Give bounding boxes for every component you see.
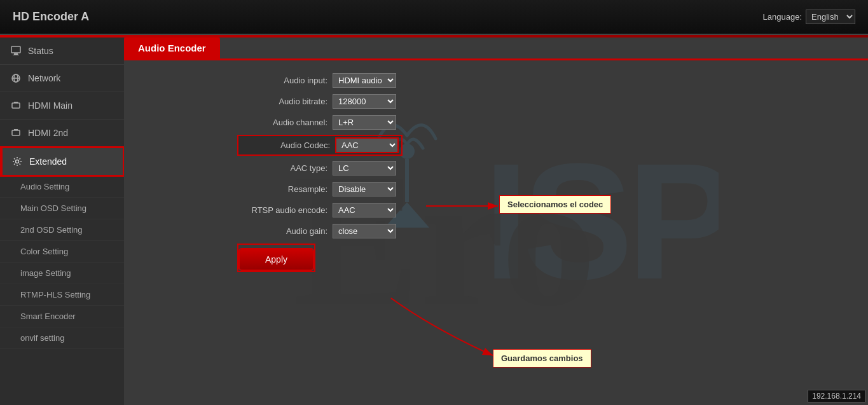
sidebar-item-extended[interactable]: Extended — [0, 147, 124, 176]
rtsp-audio-label: RTSP audio encode: — [238, 205, 327, 215]
audio-input-row: Audio input: HDMI audio Analog — [238, 73, 868, 88]
audio-gain-label: Audio gain: — [238, 226, 327, 236]
sidebar-item-status[interactable]: Status — [0, 38, 124, 65]
sidebar-item-hdmi-main[interactable]: HDMI Main — [0, 92, 124, 120]
svg-rect-6 — [12, 103, 20, 108]
language-area: Language: English Chinese — [763, 10, 855, 24]
language-label: Language: — [763, 12, 802, 22]
hdmi-2nd-icon — [10, 127, 22, 139]
monitor-icon — [10, 45, 22, 57]
sidebar-sub-audio-setting[interactable]: Audio Setting — [0, 176, 124, 198]
audio-bitrate-label: Audio bitrate: — [238, 97, 327, 106]
sidebar-label-hdmi-main: HDMI Main — [28, 100, 72, 111]
resample-select[interactable]: Disable Enable — [333, 182, 396, 196]
audio-channel-row: Audio channel: L+R Left Right — [238, 115, 868, 130]
apply-button[interactable]: Apply — [240, 249, 313, 270]
hdmi-main-icon — [10, 100, 22, 111]
svg-rect-7 — [14, 102, 18, 103]
sidebar-label-hdmi-2nd: HDMI 2nd — [28, 128, 68, 138]
form-area: Audio input: HDMI audio Analog Audio bit… — [124, 60, 868, 284]
app-header: HD Encoder A Language: English Chinese — [0, 0, 868, 35]
globe-icon — [10, 72, 22, 84]
aac-type-label: AAC type: — [238, 163, 327, 173]
sidebar-sub-color-setting[interactable]: Color Setting — [0, 241, 124, 263]
audio-bitrate-row: Audio bitrate: 128000 64000 32000 — [238, 94, 868, 109]
tab-audio-encoder[interactable]: Audio Encoder — [124, 38, 220, 58]
content-header: Audio Encoder — [124, 38, 868, 60]
language-select[interactable]: English Chinese — [806, 10, 855, 24]
aac-type-select[interactable]: LC HE-AAC — [333, 161, 396, 175]
sidebar-sub-smart-encoder[interactable]: Smart Encoder — [0, 306, 124, 327]
callout-codec: Seleccionamos el codec — [499, 195, 611, 214]
content-area: ISP Ero Audio Encoder Audio input: — [124, 38, 868, 405]
sidebar-sub-image-setting[interactable]: image Setting — [0, 263, 124, 284]
sidebar-sub-rtmp-hls[interactable]: RTMP-HLS Setting — [0, 284, 124, 306]
audio-channel-select[interactable]: L+R Left Right — [333, 115, 396, 130]
audio-channel-label: Audio channel: — [238, 118, 327, 127]
audio-gain-select[interactable]: close low medium high — [333, 224, 396, 238]
audio-bitrate-select[interactable]: 128000 64000 32000 — [333, 94, 396, 109]
gear-icon — [11, 156, 23, 167]
svg-rect-1 — [14, 53, 18, 55]
audio-codec-select[interactable]: AAC MP3 G711 — [335, 137, 399, 153]
svg-rect-2 — [13, 55, 19, 55]
svg-rect-0 — [11, 46, 20, 53]
apply-row: Apply — [238, 245, 868, 271]
main-layout: Status Network HDMI Main HDMI 2nd — [0, 38, 868, 405]
sidebar-sub-main-osd[interactable]: Main OSD Setting — [0, 198, 124, 219]
sidebar-sub-onvif[interactable]: onvif setting — [0, 327, 124, 349]
audio-input-label: Audio input: — [238, 76, 327, 85]
ip-address-badge: 192.168.1.214 — [808, 390, 865, 402]
rtsp-audio-select[interactable]: AAC MP3 — [333, 203, 396, 217]
callout-save: Guardamos cambios — [493, 349, 591, 367]
sidebar: Status Network HDMI Main HDMI 2nd — [0, 38, 124, 405]
resample-row: Resample: Disable Enable — [238, 182, 868, 196]
aac-type-row: AAC type: LC HE-AAC — [238, 161, 868, 175]
resample-label: Resample: — [238, 184, 327, 194]
apply-button-wrapper: Apply — [238, 245, 314, 271]
sidebar-label-extended: Extended — [29, 156, 67, 167]
audio-gain-row: Audio gain: close low medium high — [238, 224, 868, 238]
arrow-apply — [372, 292, 512, 362]
sidebar-label-network: Network — [28, 73, 60, 83]
sidebar-item-hdmi-2nd[interactable]: HDMI 2nd — [0, 120, 124, 147]
audio-input-select[interactable]: HDMI audio Analog — [333, 73, 396, 88]
sidebar-sub-2nd-osd[interactable]: 2nd OSD Setting — [0, 219, 124, 241]
sidebar-label-status: Status — [28, 46, 53, 56]
svg-rect-9 — [14, 129, 18, 130]
sidebar-item-network[interactable]: Network — [0, 65, 124, 92]
audio-codec-row: Audio Codec: AAC MP3 G711 — [238, 136, 401, 154]
app-title: HD Encoder A — [13, 10, 89, 24]
audio-codec-label: Audio Codec: — [241, 141, 330, 150]
svg-rect-8 — [12, 130, 20, 135]
svg-point-10 — [16, 160, 19, 163]
